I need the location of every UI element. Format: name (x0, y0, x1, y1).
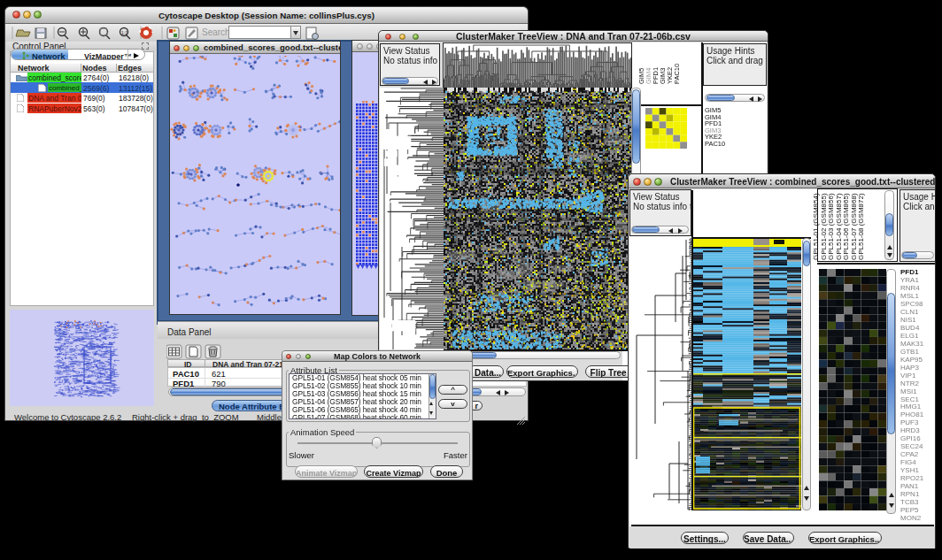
svg-text:1:1: 1:1 (121, 30, 127, 35)
